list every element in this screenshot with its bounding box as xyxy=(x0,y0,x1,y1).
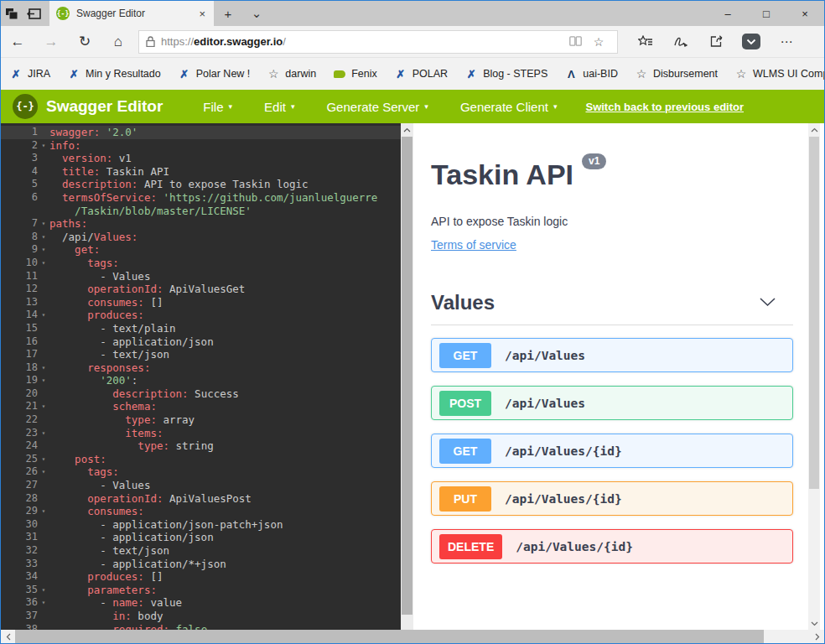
fold-arrow-icon[interactable]: ▾ xyxy=(38,427,49,440)
terms-of-service-link[interactable]: Terms of service xyxy=(431,238,516,252)
code-line-22[interactable]: 22 type: array xyxy=(1,413,401,427)
hscroll-left-icon[interactable] xyxy=(1,630,15,643)
code-line-12[interactable]: 12 operationId: ApiValuesGet xyxy=(1,283,401,296)
bookmark-fenix[interactable]: Fenix xyxy=(333,67,377,80)
code-line-2[interactable]: 2▾info: xyxy=(1,139,401,153)
code-line-wrap-6[interactable]: /Taskin/blob/master/LICENSE' xyxy=(1,205,401,218)
new-tab-button[interactable]: + xyxy=(214,1,242,26)
editor-vertical-scrollbar[interactable] xyxy=(401,123,413,630)
tab-preview-icon[interactable] xyxy=(23,1,44,26)
values-collapse-chevron-icon[interactable] xyxy=(759,295,776,310)
switch-previous-editor-link[interactable]: Switch back to previous editor xyxy=(585,101,744,113)
code-line-20[interactable]: 20 description: Success xyxy=(1,387,401,401)
address-bar[interactable]: https://editor.swagger.io/ ☆ xyxy=(138,30,618,54)
fold-arrow-icon[interactable]: ▾ xyxy=(38,231,49,244)
tab-close-icon[interactable]: × xyxy=(197,8,207,20)
tab-list-chevron-icon[interactable]: ⌄ xyxy=(242,1,271,26)
values-section-header[interactable]: Values xyxy=(431,291,795,314)
more-actions-icon[interactable]: ⋯ xyxy=(771,34,802,49)
code-line-27[interactable]: 27 - Values xyxy=(1,479,401,492)
code-line-5[interactable]: 5 description: API to expose Taskin logi… xyxy=(1,178,401,191)
code-line-1[interactable]: 1swagger: '2.0' xyxy=(1,126,401,139)
endpoint-put-3[interactable]: PUT/api/Values/{id} xyxy=(431,481,793,516)
endpoint-delete-4[interactable]: DELETE/api/Values/{id} xyxy=(431,529,793,564)
menu-edit[interactable]: Edit▾ xyxy=(264,100,294,114)
fold-arrow-icon[interactable]: ▾ xyxy=(38,505,49,518)
code-line-10[interactable]: 10▾ tags: xyxy=(1,257,401,270)
bookmark-wlms-ui-comp[interactable]: ☆WLMS UI Comp. xyxy=(734,67,825,80)
fold-arrow-icon[interactable]: ▾ xyxy=(38,596,49,610)
code-line-13[interactable]: 13 consumes: [] xyxy=(1,296,401,309)
tab-swagger-editor[interactable]: {-} Swagger Editor × xyxy=(49,1,214,26)
bookmark-darwin[interactable]: ☆darwin xyxy=(267,67,316,80)
code-line-37[interactable]: 37 in: body xyxy=(1,610,401,623)
fold-arrow-icon[interactable]: ▾ xyxy=(38,309,49,322)
minimize-button[interactable]: – xyxy=(708,1,747,26)
bookmark-blog-steps[interactable]: ✗Blog - STEPS xyxy=(464,67,547,80)
docs-scrollbar-thumb[interactable] xyxy=(809,137,819,489)
bookmark-uai-bid[interactable]: Λuai-BID xyxy=(564,67,618,80)
code-line-32[interactable]: 32 - text/json xyxy=(1,544,401,558)
code-line-15[interactable]: 15 - text/plain xyxy=(1,322,401,335)
bookmark-jira[interactable]: ✗JIRA xyxy=(9,67,50,80)
editor-scrollbar-thumb[interactable] xyxy=(402,137,412,615)
hub-favorites-icon[interactable] xyxy=(630,35,662,48)
share-icon[interactable] xyxy=(700,35,732,48)
code-line-19[interactable]: 19▾ '200': xyxy=(1,374,401,387)
page-horizontal-scrollbar[interactable] xyxy=(1,630,824,643)
bookmark-min-y-resultado[interactable]: ✗Min y Resultado xyxy=(67,67,161,80)
endpoint-get-0[interactable]: GET/api/Values xyxy=(431,338,793,372)
code-line-36[interactable]: 36▾ - name: value xyxy=(1,596,401,610)
fold-arrow-icon[interactable]: ▾ xyxy=(38,465,49,479)
fold-arrow-icon[interactable]: ▾ xyxy=(38,453,49,466)
maximize-button[interactable]: □ xyxy=(747,1,786,26)
bookmark-polar-new[interactable]: ✗Polar New ! xyxy=(178,67,251,80)
code-line-23[interactable]: 23▾ items: xyxy=(1,427,401,440)
fold-arrow-icon[interactable]: ▾ xyxy=(38,374,49,387)
add-favorite-star-icon[interactable]: ☆ xyxy=(587,35,610,49)
close-button[interactable]: × xyxy=(786,1,824,26)
pocket-extension-icon[interactable] xyxy=(735,34,767,49)
bookmark-disbursement[interactable]: ☆Disbursement xyxy=(635,67,718,80)
menu-generate-server[interactable]: Generate Server▾ xyxy=(326,100,428,114)
endpoint-post-1[interactable]: POST/api/Values xyxy=(431,386,793,420)
code-line-6[interactable]: 6 termsOfService: 'https://github.com/ju… xyxy=(1,191,401,205)
code-line-28[interactable]: 28 operationId: ApiValuesPost xyxy=(1,492,401,506)
code-line-21[interactable]: 21▾ schema: xyxy=(1,400,401,413)
code-line-34[interactable]: 34 produces: [] xyxy=(1,570,401,584)
code-line-26[interactable]: 26▾ tags: xyxy=(1,465,401,479)
code-line-25[interactable]: 25▾ post: xyxy=(1,453,401,466)
yaml-code-editor[interactable]: 1swagger: '2.0'2▾info:3 version: v14 tit… xyxy=(1,123,401,630)
code-line-31[interactable]: 31 - application/json xyxy=(1,531,401,544)
forward-icon[interactable]: → xyxy=(34,34,68,50)
code-line-8[interactable]: 8▾ /api/Values: xyxy=(1,231,401,244)
fold-arrow-icon[interactable]: ▾ xyxy=(38,400,49,413)
code-line-11[interactable]: 11 - Values xyxy=(1,270,401,283)
fold-arrow-icon[interactable]: ▾ xyxy=(38,257,49,270)
code-line-38[interactable]: 38 required: false xyxy=(1,623,401,630)
code-line-14[interactable]: 14▾ produces: xyxy=(1,309,401,322)
endpoint-get-2[interactable]: GET/api/Values/{id} xyxy=(431,434,793,468)
code-line-16[interactable]: 16 - application/json xyxy=(1,335,401,349)
code-line-7[interactable]: 7▾paths: xyxy=(1,217,401,231)
fold-arrow-icon[interactable]: ▾ xyxy=(38,217,49,231)
code-line-35[interactable]: 35▾ parameters: xyxy=(1,584,401,597)
refresh-icon[interactable]: ↻ xyxy=(68,33,101,50)
code-line-9[interactable]: 9▾ get: xyxy=(1,243,401,257)
code-line-17[interactable]: 17 - text/json xyxy=(1,348,401,361)
fold-arrow-icon[interactable]: ▾ xyxy=(38,584,49,597)
fold-arrow-icon[interactable]: ▾ xyxy=(38,361,49,375)
code-line-29[interactable]: 29▾ consumes: xyxy=(1,505,401,518)
docs-scroll-down-icon[interactable] xyxy=(808,617,820,630)
fold-arrow-icon[interactable]: ▾ xyxy=(38,139,49,153)
set-aside-tabs-icon[interactable] xyxy=(1,1,23,26)
docs-scroll-up-icon[interactable] xyxy=(808,123,820,136)
code-line-4[interactable]: 4 title: Taskin API xyxy=(1,165,401,179)
hscroll-thumb[interactable] xyxy=(15,630,764,643)
docs-vertical-scrollbar[interactable] xyxy=(808,123,820,630)
code-line-30[interactable]: 30 - application/json-patch+json xyxy=(1,518,401,532)
fold-arrow-icon[interactable]: ▾ xyxy=(38,243,49,257)
home-icon[interactable]: ⌂ xyxy=(101,34,135,50)
code-line-24[interactable]: 24 type: string xyxy=(1,439,401,453)
code-line-18[interactable]: 18▾ responses: xyxy=(1,361,401,375)
